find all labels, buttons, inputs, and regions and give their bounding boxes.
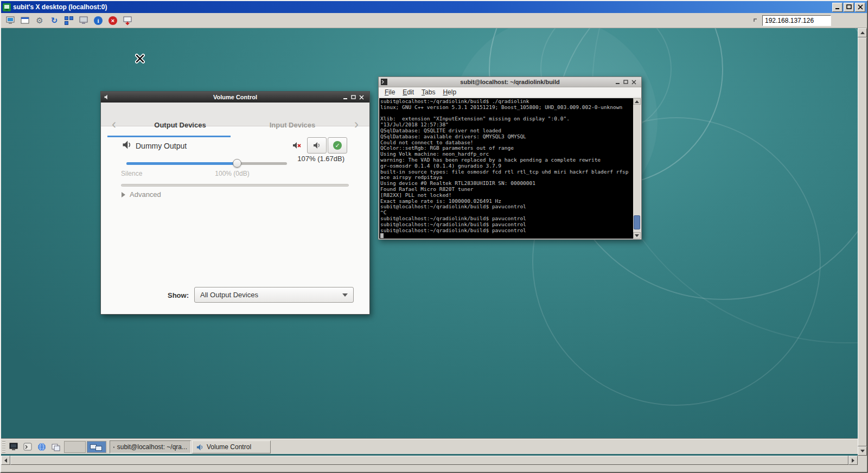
show-desktop-button[interactable]: [8, 441, 20, 453]
tab-output-devices[interactable]: Output Devices: [126, 121, 234, 129]
taskbar-button-volume[interactable]: Volume Control: [192, 440, 271, 453]
device-tabstrip: ‹ Output Devices Input Devices ›: [101, 103, 369, 126]
refresh-icon: ↻: [51, 16, 58, 24]
volume-minimize-button[interactable]: [343, 95, 348, 100]
host-address-input[interactable]: [762, 15, 831, 26]
terminal-launcher-button[interactable]: [22, 441, 34, 453]
workspace-1[interactable]: [64, 441, 86, 453]
volume-slider[interactable]: [126, 158, 287, 168]
close-button[interactable]: [855, 3, 865, 12]
menu-edit[interactable]: Edit: [399, 87, 418, 97]
close-connection-button[interactable]: ×: [106, 14, 119, 27]
close-connection-icon: ×: [108, 16, 117, 25]
mute-toggle-button[interactable]: [307, 137, 327, 154]
xfce-desktop[interactable]: Volume Control ‹ Output Devices Input De…: [1, 28, 858, 456]
terminal-output: subit@localhost:~/qradiolink/build$ ./qr…: [380, 99, 632, 233]
file-manager-button[interactable]: [50, 441, 62, 453]
terminal-cursor: [380, 233, 384, 238]
volume-window-icon: [104, 94, 110, 100]
tab-input-devices[interactable]: Input Devices: [238, 121, 347, 129]
panel-handle[interactable]: [2, 441, 5, 453]
new-connection-button[interactable]: [4, 14, 17, 27]
terminal-titlebar[interactable]: subit@localhost: ~/qradiolink/build: [379, 77, 641, 87]
advanced-expander[interactable]: Advanced: [122, 190, 161, 199]
scroll-up-button[interactable]: [858, 28, 867, 37]
logout-button[interactable]: [121, 14, 134, 27]
vnc-title: subit's X desktop (localhost:0): [13, 3, 831, 11]
volume-value-label: 107% (1.67dB): [297, 155, 344, 163]
muted-speaker-icon: [292, 140, 302, 150]
terminal-window-icon: [381, 79, 387, 85]
taskbar-button-terminal[interactable]: subit@localhost: ~/qra...: [110, 440, 191, 453]
info-icon: i: [94, 16, 103, 25]
vnc-toolbar: ⚙ ↻ i ×: [1, 13, 867, 28]
expander-triangle-icon: [122, 192, 125, 197]
save-session-button[interactable]: [18, 14, 31, 27]
maximize-button[interactable]: [844, 3, 854, 12]
menu-file[interactable]: File: [381, 87, 399, 97]
terminal-task-icon: [113, 443, 114, 451]
scale-100pct-label: 100% (0dB): [209, 170, 255, 177]
workspace-2-active[interactable]: [87, 441, 106, 453]
volume-slider-handle[interactable]: [233, 159, 241, 168]
fullscreen-button[interactable]: [77, 14, 90, 27]
terminal-cursor-line: [380, 233, 632, 239]
globe-icon: [37, 442, 47, 452]
chevron-down-icon: [342, 293, 348, 297]
show-devices-dropdown[interactable]: All Output Devices: [194, 287, 354, 303]
taskbar-button-label: subit@localhost: ~/qra...: [117, 443, 187, 451]
terminal-screen[interactable]: subit@localhost:~/qradiolink/build$ ./qr…: [379, 98, 633, 239]
volume-maximize-button[interactable]: [351, 95, 356, 100]
terminal-close-button[interactable]: [631, 80, 636, 85]
volume-window-titlebar[interactable]: Volume Control: [101, 92, 369, 103]
gear-icon: ⚙: [36, 16, 43, 24]
volume-slider-fill: [126, 162, 237, 165]
tab-next-chevron[interactable]: ›: [354, 118, 359, 131]
volume-close-button[interactable]: [359, 95, 364, 100]
vnc-app-icon: [3, 3, 11, 11]
terminal-scroll-down-button[interactable]: [633, 232, 641, 239]
terminal-scrollbar[interactable]: [633, 98, 641, 239]
scrollbar-corner: [858, 456, 867, 465]
horizontal-scrollbar[interactable]: [1, 456, 858, 465]
vnc-titlebar[interactable]: subit's X desktop (localhost:0): [1, 1, 867, 13]
file-manager-icon: [51, 442, 61, 452]
taskbar-button-label: Volume Control: [207, 443, 251, 451]
peak-meter: [121, 184, 349, 187]
vertical-scroll-thumb[interactable]: [858, 37, 867, 446]
terminal-scroll-thumb[interactable]: [634, 215, 640, 229]
dropdown-value: All Output Devices: [200, 291, 258, 299]
set-fallback-button[interactable]: ✓: [328, 137, 347, 154]
minimize-button[interactable]: [832, 3, 843, 12]
speaker-icon: [122, 139, 132, 150]
terminal-title: subit@localhost: ~/qradiolink/build: [379, 79, 641, 85]
x-cursor: [135, 54, 145, 63]
remote-desktop-viewport: Volume Control ‹ Output Devices Input De…: [1, 28, 858, 456]
tab-prev-chevron[interactable]: ‹: [112, 118, 116, 131]
options-button[interactable]: ⚙: [33, 14, 46, 27]
scroll-down-button[interactable]: [858, 446, 867, 456]
scale-silence-label: Silence: [121, 170, 142, 177]
ctrl-alt-del-button[interactable]: [62, 14, 75, 27]
vnc-viewer-window: subit's X desktop (localhost:0) ⚙ ↻: [0, 0, 868, 473]
window-bottom-edge: [1, 465, 867, 472]
volume-control-window: Volume Control ‹ Output Devices Input De…: [100, 91, 370, 315]
menu-tabs[interactable]: Tabs: [418, 87, 439, 97]
terminal-maximize-button[interactable]: [623, 80, 628, 85]
volume-slider-track: [126, 162, 287, 165]
vertical-scrollbar[interactable]: [858, 28, 867, 456]
scroll-right-button[interactable]: [848, 456, 858, 465]
menu-help[interactable]: Help: [439, 87, 460, 97]
advanced-label: Advanced: [130, 190, 161, 199]
connection-info-button[interactable]: i: [92, 14, 105, 27]
horizontal-scroll-thumb[interactable]: [10, 456, 848, 465]
mute-button-speaker-icon: [312, 141, 321, 150]
show-label: Show:: [150, 291, 189, 299]
active-tab-indicator: [107, 136, 231, 137]
terminal-minimize-button[interactable]: [615, 80, 620, 85]
refresh-button[interactable]: ↻: [48, 14, 61, 27]
terminal-scroll-up-button[interactable]: [633, 98, 641, 105]
web-browser-button[interactable]: [36, 441, 48, 453]
scroll-left-button[interactable]: [1, 456, 10, 465]
green-check-icon: ✓: [333, 141, 342, 150]
